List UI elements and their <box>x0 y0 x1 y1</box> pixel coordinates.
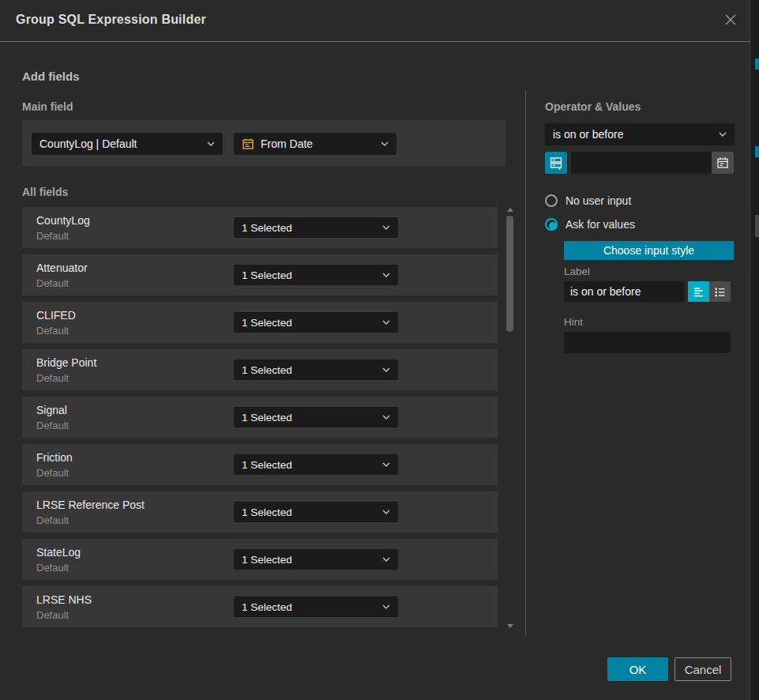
field-subtitle: Default <box>36 562 69 574</box>
all-fields-heading: All fields <box>22 186 68 198</box>
chevron-down-icon <box>382 225 390 230</box>
operator-select[interactable]: is on or before <box>545 123 735 145</box>
field-value-select-value: 1 Selected <box>242 459 378 471</box>
dialog-header: Group SQL Expression Builder <box>0 0 750 42</box>
radio-icon <box>545 218 558 231</box>
field-name: Attenuator <box>36 262 88 274</box>
field-name: Signal <box>36 404 67 416</box>
field-subtitle: Default <box>36 609 69 621</box>
label-field-label: Label <box>564 265 590 277</box>
choose-input-style-button[interactable]: Choose input style <box>564 241 734 260</box>
layer-select-value: CountyLog | Default <box>39 137 202 150</box>
bulleted-list-icon <box>714 286 726 298</box>
list-input-style-button[interactable] <box>709 281 731 302</box>
field-value-select-value: 1 Selected <box>242 554 378 566</box>
background-app-edge <box>751 0 759 700</box>
field-row: FrictionDefault1 Selected <box>22 444 498 485</box>
field-subtitle: Default <box>36 467 69 479</box>
field-value-select[interactable]: 1 Selected <box>234 454 398 475</box>
field-row: CLIFEDDefault1 Selected <box>22 302 498 343</box>
field-name: StateLog <box>36 546 81 559</box>
field-subtitle: Default <box>36 325 69 337</box>
field-name: Bridge Point <box>36 356 96 369</box>
chevron-down-icon <box>382 415 390 420</box>
radio-label: Ask for values <box>565 218 635 231</box>
field-select[interactable]: From Date <box>234 133 396 155</box>
field-value-select-value: 1 Selected <box>242 269 378 281</box>
field-value-select[interactable]: 1 Selected <box>234 312 398 333</box>
calendar-icon <box>242 137 254 150</box>
scrollbar-down-arrow-icon[interactable] <box>507 624 513 628</box>
ok-button[interactable]: OK <box>607 657 668 681</box>
field-row: LRSE Reference PostDefault1 Selected <box>22 491 498 533</box>
field-name: Friction <box>36 451 73 464</box>
field-value-select-value: 1 Selected <box>242 364 378 376</box>
field-value-select[interactable]: 1 Selected <box>234 549 398 570</box>
radio-no-user-input[interactable]: No user input <box>545 194 631 208</box>
stacked-values-icon <box>549 156 563 170</box>
close-icon[interactable] <box>722 13 739 30</box>
hint-field-label: Hint <box>564 316 583 328</box>
field-row: LRSE NHSDefault1 Selected <box>22 586 498 627</box>
add-fields-heading: Add fields <box>22 70 80 83</box>
chevron-down-icon <box>382 604 390 609</box>
align-left-icon <box>693 286 705 298</box>
chevron-down-icon <box>719 132 727 137</box>
field-value-select-value: 1 Selected <box>242 506 378 518</box>
panel-divider <box>525 91 526 636</box>
field-value-select[interactable]: 1 Selected <box>234 502 398 522</box>
field-value-select[interactable]: 1 Selected <box>234 359 398 380</box>
chevron-down-icon <box>382 510 390 514</box>
scrollbar-up-arrow-icon[interactable] <box>507 208 513 212</box>
field-value-select-value: 1 Selected <box>242 601 378 613</box>
chevron-down-icon <box>382 320 390 325</box>
field-select-value: From Date <box>261 137 376 150</box>
field-row: SignalDefault1 Selected <box>22 397 498 438</box>
field-name: LRSE NHS <box>36 593 92 606</box>
field-row: AttenuatorDefault1 Selected <box>22 254 498 295</box>
field-value-select-value: 1 Selected <box>242 317 378 329</box>
group-sql-expression-builder-dialog: Group SQL Expression Builder Add fields … <box>0 0 750 700</box>
field-subtitle: Default <box>36 514 69 526</box>
radio-ask-for-values[interactable]: Ask for values <box>545 217 635 231</box>
chevron-down-icon <box>382 557 390 562</box>
single-line-input-style-button[interactable] <box>688 281 709 302</box>
field-value-select[interactable]: 1 Selected <box>234 407 398 427</box>
field-name: LRSE Reference Post <box>36 499 145 511</box>
field-subtitle: Default <box>36 277 69 289</box>
chevron-down-icon <box>382 367 390 372</box>
main-field-heading: Main field <box>22 100 73 113</box>
field-row: StateLogDefault1 Selected <box>22 539 498 580</box>
field-value-select-value: 1 Selected <box>242 412 378 423</box>
calendar-icon <box>716 156 729 169</box>
date-value-input[interactable] <box>571 152 712 174</box>
scrollbar-thumb[interactable] <box>506 216 513 332</box>
dialog-title: Group SQL Expression Builder <box>16 13 206 27</box>
cancel-button[interactable]: Cancel <box>674 657 731 681</box>
chevron-down-icon <box>382 273 390 277</box>
operator-values-heading: Operator & Values <box>545 100 641 113</box>
value-type-button[interactable] <box>545 152 567 174</box>
label-input[interactable] <box>564 281 685 302</box>
chevron-down-icon <box>382 462 390 467</box>
field-subtitle: Default <box>36 230 69 242</box>
date-picker-button[interactable] <box>712 152 734 174</box>
field-subtitle: Default <box>36 372 69 384</box>
field-row: CountyLogDefault1 Selected <box>22 207 498 248</box>
main-field-row: CountyLog | Default From Date <box>22 120 505 166</box>
radio-icon <box>545 194 558 207</box>
radio-label: No user input <box>565 194 631 207</box>
operator-select-value: is on or before <box>553 128 714 141</box>
field-value-select[interactable]: 1 Selected <box>234 217 398 238</box>
field-value-select-value: 1 Selected <box>242 222 378 234</box>
field-row: Bridge PointDefault1 Selected <box>22 349 498 390</box>
field-name: CLIFED <box>36 309 76 322</box>
field-name: CountyLog <box>36 214 90 227</box>
hint-input[interactable] <box>564 332 731 353</box>
field-value-select[interactable]: 1 Selected <box>234 265 398 285</box>
field-subtitle: Default <box>36 420 69 431</box>
chevron-down-icon <box>207 141 215 146</box>
field-value-select[interactable]: 1 Selected <box>234 597 398 617</box>
chevron-down-icon <box>381 141 389 146</box>
layer-select[interactable]: CountyLog | Default <box>32 133 223 155</box>
